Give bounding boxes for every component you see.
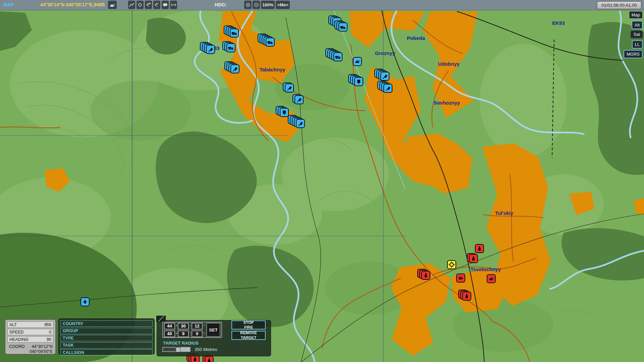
- unit-card-front[interactable]: [294, 95, 304, 104]
- unit-card-front[interactable]: [475, 244, 484, 253]
- unit-card-front[interactable]: [206, 45, 215, 54]
- unit-card-front[interactable]: [456, 274, 465, 283]
- route-icon[interactable]: [128, 1, 135, 9]
- zoom-in-icon[interactable]: [244, 1, 252, 9]
- lat-deg-input[interactable]: 44: [164, 323, 175, 329]
- coordinate-input-box: 44 ° 30 ' 12 " 40 ° 9 ' 0 " SET: [162, 322, 222, 338]
- map-label-ek93: EK93: [552, 20, 565, 26]
- unit-blue-truck-icon[interactable]: [266, 38, 275, 47]
- unit-blue-flag-icon[interactable]: [294, 95, 304, 104]
- dcs-f10-map-screen: TabáchnyyGroznyyPobedaUdobnyySovhoznyyTu…: [0, 0, 644, 362]
- unit-card-front[interactable]: [469, 254, 478, 263]
- unit-card-front[interactable]: [383, 84, 392, 93]
- map-viewport[interactable]: TabáchnyyGroznyyPobedaUdobnyySovhoznyyTu…: [0, 10, 644, 362]
- unit-card-front[interactable]: [380, 72, 389, 81]
- map-mode-button-sat[interactable]: Sat: [631, 31, 643, 38]
- unit-card-front[interactable]: [447, 260, 456, 269]
- unit-status-panel: ALT 955 SPEED 0 HEADING 90 COORD 44°30'1…: [5, 319, 56, 355]
- unit-card-front[interactable]: [462, 292, 471, 301]
- country-row: COUNTRY: [60, 320, 153, 327]
- unit-card-front[interactable]: [205, 356, 214, 362]
- map-mode-button-map[interactable]: Map: [629, 11, 643, 19]
- top-bar: MAP 44°30'14"N 040°05'17"E,948ft: [0, 0, 644, 10]
- unit-red-tankfront-icon[interactable]: [421, 271, 430, 280]
- sec-symbol: ": [203, 324, 205, 328]
- remove-target-button[interactable]: REMOVE TARGET: [231, 331, 266, 340]
- alt-value: 955: [44, 322, 51, 327]
- coord-row: COORD 44°30'12"N 040°09'00"E: [7, 344, 53, 354]
- target-radius-slider[interactable]: [162, 347, 191, 352]
- target-radius-handle[interactable]: [175, 347, 180, 352]
- center-on-me-button[interactable]: >Me<: [276, 1, 290, 9]
- map-label-sovhoznyy: Sovhoznyy: [433, 100, 460, 106]
- unit-card-front[interactable]: [285, 83, 294, 93]
- unit-blue-flag-icon[interactable]: [285, 83, 294, 93]
- unit-red-tankfront-icon[interactable]: [475, 244, 484, 253]
- unit-blue-square-icon[interactable]: [354, 77, 363, 86]
- speed-label: SPEED: [9, 330, 23, 335]
- ruler-icon[interactable]: [170, 1, 177, 9]
- map-mode-button-ll[interactable]: LL: [632, 40, 643, 49]
- unit-blue-flag-icon[interactable]: [296, 119, 305, 128]
- heading-row-label: HEADING: [9, 337, 29, 342]
- unit-blue-flag-icon[interactable]: [383, 84, 392, 93]
- unit-card-front[interactable]: [296, 119, 305, 128]
- min-symbol: ': [189, 332, 192, 336]
- unit-red-heli-icon[interactable]: [456, 274, 465, 283]
- set-button[interactable]: SET: [206, 323, 220, 337]
- unit-red-tankside-icon[interactable]: [487, 274, 496, 283]
- radar-enemy-icon[interactable]: [153, 1, 160, 9]
- zoom-out-icon[interactable]: [253, 1, 260, 9]
- zoom-level-button[interactable]: 100%: [261, 1, 275, 9]
- type-row: TYPE: [60, 335, 153, 341]
- unit-card-front[interactable]: [230, 28, 239, 38]
- unit-card-front[interactable]: [230, 64, 239, 73]
- lat-min-input[interactable]: 30: [178, 323, 189, 329]
- unit-blue-truck-icon[interactable]: [230, 28, 239, 38]
- panel-grip-icon[interactable]: [156, 316, 166, 322]
- lat-sec-input[interactable]: 12: [192, 323, 203, 329]
- min-symbol: ': [189, 324, 192, 328]
- lon-deg-input[interactable]: 40: [164, 330, 175, 337]
- unit-card-front[interactable]: [338, 22, 347, 32]
- heading-row: HEADING 90: [7, 336, 53, 343]
- unit-card-front[interactable]: [421, 271, 430, 280]
- lon-min-input[interactable]: 9: [178, 330, 189, 337]
- unit-blue-jet-icon[interactable]: [80, 297, 90, 306]
- chat-icon[interactable]: [162, 1, 169, 9]
- speed-value: 0: [49, 330, 51, 335]
- radar-friendly-icon[interactable]: [145, 1, 152, 9]
- map-mode-button-alt[interactable]: Alt: [632, 21, 643, 29]
- crosshair-target-icon[interactable]: [137, 1, 144, 9]
- lon-sec-input[interactable]: 0: [192, 330, 203, 337]
- unit-card-front[interactable]: [353, 57, 362, 66]
- map-label-pobeda: Pobeda: [407, 35, 425, 41]
- unit-card-front[interactable]: [80, 297, 90, 306]
- stop-fire-button[interactable]: STOP FIRE: [231, 320, 266, 329]
- map-label-udobnyy: Udobnyy: [438, 61, 460, 67]
- unit-card-front[interactable]: [354, 77, 363, 86]
- unit-card-front[interactable]: [333, 52, 342, 61]
- unit-red-tankfront-icon[interactable]: [205, 356, 214, 362]
- unit-card-front[interactable]: [487, 274, 496, 283]
- unit-blue-tankside-icon[interactable]: [353, 57, 362, 66]
- map-label-tul-skiy: Tul'skiy: [495, 210, 513, 216]
- unit-yellow-target-icon[interactable]: [447, 260, 456, 269]
- deg-symbol: °: [175, 324, 178, 328]
- tank-icon[interactable]: [108, 1, 117, 9]
- unit-blue-flag-icon[interactable]: [380, 72, 389, 81]
- unit-blue-truck-icon[interactable]: [226, 43, 235, 52]
- unit-card-front[interactable]: [226, 43, 235, 52]
- unit-red-tankfront-icon[interactable]: [462, 292, 471, 301]
- unit-blue-flag-icon[interactable]: [230, 64, 239, 73]
- unit-blue-truck-icon[interactable]: [333, 52, 342, 61]
- map-mode-button-mgrs[interactable]: MGRS: [624, 50, 643, 58]
- coord-value: 44°30'12"N 040°09'00"E: [26, 344, 53, 354]
- unit-card-front[interactable]: [280, 108, 289, 117]
- unit-red-tankfront-icon[interactable]: [469, 254, 478, 263]
- unit-blue-truck-icon[interactable]: [338, 22, 347, 32]
- unit-blue-flag-icon[interactable]: [206, 45, 215, 54]
- unit-card-front[interactable]: [266, 38, 275, 47]
- unit-blue-square-icon[interactable]: [280, 108, 289, 117]
- map-units-layer: [0, 10, 644, 362]
